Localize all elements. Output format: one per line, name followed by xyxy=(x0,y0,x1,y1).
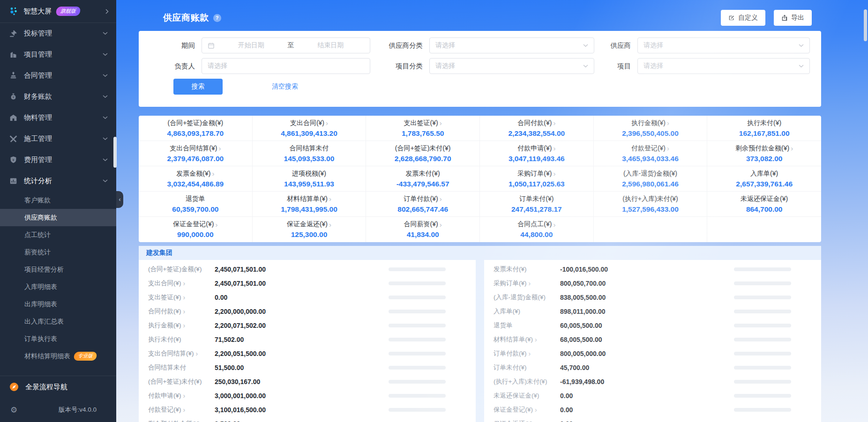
stat-cell-合同点工(¥)[interactable]: 合同点工(¥)› 44,800.00 xyxy=(480,217,594,242)
metric-row-采购订单(¥): 采购订单(¥)› 800,050,700.00 xyxy=(494,276,812,290)
chevron-right-icon: › xyxy=(196,350,198,357)
gear-icon[interactable]: ⚙ xyxy=(10,406,17,414)
search-button[interactable]: 搜索 xyxy=(173,79,223,95)
stat-cell-入库单(¥): 入库单(¥) 2,657,339,761.46 xyxy=(707,166,821,192)
metric-row-保证金返还(¥): 保证金返还(¥)› 0.00 xyxy=(494,417,812,422)
stat-value: 2,657,339,761.46 xyxy=(736,180,793,188)
sidebar-collapse-handle[interactable]: ‹ xyxy=(116,191,123,208)
sidebar-group-项目管理[interactable]: 项目管理 xyxy=(0,44,116,65)
metric-progress-bar xyxy=(389,267,446,271)
stat-cell-采购订单(¥)[interactable]: 采购订单(¥)› 1,050,117,025.63 xyxy=(480,166,594,192)
stat-cell-empty xyxy=(594,217,708,242)
sidebar-group-财务账款[interactable]: ¥ 财务账款 xyxy=(0,86,116,107)
metric-value: 51,500.00 xyxy=(215,364,244,371)
stat-cell-付款申请(¥)[interactable]: 付款申请(¥)› 3,047,119,493.46 xyxy=(480,141,594,166)
page-scrollbar[interactable] xyxy=(864,9,867,41)
sidebar-group-物料管理[interactable]: 物料管理 xyxy=(0,107,116,128)
owner-select[interactable]: 请选择 xyxy=(202,58,370,74)
stat-value: 3,465,934,033.46 xyxy=(622,155,679,163)
sidebar-item-点工统计[interactable]: 点工统计 xyxy=(0,226,116,244)
stat-cell-保证金登记(¥)[interactable]: 保证金登记(¥)› 990,000.00 xyxy=(139,217,253,242)
stat-value: 3,032,454,486.89 xyxy=(167,180,224,188)
stat-cell-(合同+签证)未付(¥): (合同+签证)未付(¥) 2,628,668,790.70 xyxy=(366,141,480,166)
chevron-right-icon: › xyxy=(667,144,669,152)
metric-row-入库单(¥): 入库单(¥) 898,011,000.00 xyxy=(494,304,812,318)
metric-value: 71,502.00 xyxy=(215,336,244,343)
sidebar-item-供应商账款[interactable]: 供应商账款 xyxy=(0,209,116,226)
supplier-label: 供应商 xyxy=(602,41,631,50)
chevron-right-icon: › xyxy=(183,308,186,315)
group-header: 建发集团 xyxy=(139,246,821,260)
chevron-right-icon: › xyxy=(553,221,555,229)
help-icon[interactable]: ? xyxy=(213,14,221,22)
period-field: 期间 开始日期 至 结束日期 xyxy=(150,37,370,53)
stat-cell-订单付款(¥)[interactable]: 订单付款(¥)› 802,665,747.46 xyxy=(366,192,480,217)
sidebar-bottom: 全景流程导航 ⚙ 版本号:v4.0.0 xyxy=(0,376,116,422)
stat-cell-保证金返还(¥)[interactable]: 保证金返还(¥)› 125,300.00 xyxy=(253,217,367,242)
stat-cell-支出签证(¥)[interactable]: 支出签证(¥)› 1,783,765.50 xyxy=(366,116,480,141)
supplier-category-field: 供应商分类 请选择 xyxy=(378,37,594,53)
sidebar-group-投标管理[interactable]: 投标管理 xyxy=(0,23,116,44)
chevron-down-icon xyxy=(583,44,588,47)
chevron-right-icon: › xyxy=(667,119,669,127)
sidebar-item-出库明细表[interactable]: 出库明细表 xyxy=(0,296,116,313)
period-label: 期间 xyxy=(150,41,195,50)
chevron-down-icon xyxy=(103,158,108,162)
date-range-input[interactable]: 开始日期 至 结束日期 xyxy=(202,37,370,53)
chevron-right-icon: › xyxy=(553,119,555,127)
stat-cell-支出合同结算(¥)[interactable]: 支出合同结算(¥)› 2,379,476,087.00 xyxy=(139,141,253,166)
stat-value: 373,082.00 xyxy=(746,155,783,163)
customize-button[interactable]: 自定义 xyxy=(721,10,765,26)
sidebar-item-材料结算明细表[interactable]: 材料结算明细表 专业版 xyxy=(0,348,116,365)
metric-progress-bar xyxy=(734,394,791,398)
end-date-input[interactable]: 结束日期 xyxy=(297,41,365,50)
sidebar-group-费用管理[interactable]: ¥ 费用管理 xyxy=(0,149,116,170)
sidebar-scrollbar[interactable] xyxy=(113,137,117,168)
sidebar-item-flow-navigation[interactable]: 全景流程导航 xyxy=(0,376,116,398)
supplier-category-select[interactable]: 请选择 xyxy=(429,37,594,53)
chevron-right-icon xyxy=(105,9,109,14)
page-title: 供应商账款 xyxy=(163,12,209,24)
sidebar-item-订单执行表[interactable]: 订单执行表 xyxy=(0,330,116,348)
sidebar-item-薪资统计[interactable]: 薪资统计 xyxy=(0,244,116,261)
chevron-right-icon: › xyxy=(218,144,221,152)
sidebar-item-项目经营分析[interactable]: 项目经营分析 xyxy=(0,261,116,278)
stat-cell-进项税额(¥): 进项税额(¥) 143,959,511.93 xyxy=(253,166,367,192)
metric-progress-bar xyxy=(734,281,791,285)
sidebar-group-合同管理[interactable]: 合同管理 xyxy=(0,65,116,86)
sidebar-group-施工管理[interactable]: 施工管理 xyxy=(0,128,116,149)
clear-search-link[interactable]: 清空搜索 xyxy=(272,82,298,91)
stat-cell-材料结算单(¥)[interactable]: 材料结算单(¥)› 1,798,431,995.00 xyxy=(253,192,367,217)
sidebar-group-统计分析[interactable]: 统计分析 xyxy=(0,170,116,192)
start-date-input[interactable]: 开始日期 xyxy=(217,41,285,50)
stat-value: 143,959,511.93 xyxy=(284,180,334,188)
stat-cell-支出合同(¥)[interactable]: 支出合同(¥)› 4,861,309,413.20 xyxy=(253,116,367,141)
stat-cell-付款登记(¥)[interactable]: 付款登记(¥)› 3,465,934,033.46 xyxy=(594,141,708,166)
moneybag-icon: ¥ xyxy=(9,93,17,101)
stat-value: 2,628,668,790.70 xyxy=(395,155,451,163)
export-button[interactable]: 导出 xyxy=(774,10,812,26)
stat-cell-剩余预付款金额(¥)[interactable]: 剩余预付款金额(¥)› 373,082.00 xyxy=(707,141,821,166)
stat-cell-执行金额(¥)[interactable]: 执行金额(¥)› 2,396,550,405.00 xyxy=(594,116,708,141)
stat-cell-合同薪资(¥)[interactable]: 合同薪资(¥)› 41,834.00 xyxy=(366,217,480,242)
metric-progress-bar xyxy=(734,338,791,341)
sidebar-menu: 投标管理 项目管理 合同管理 ¥ 财务账款 物料管理 施工管理 ¥ 费用管理 xyxy=(0,23,116,376)
project-select[interactable]: 请选择 xyxy=(637,58,810,74)
sidebar-item-smart-screen[interactable]: 智慧大屏 旗舰版 xyxy=(0,0,116,22)
supplier-field: 供应商 请选择 xyxy=(602,37,810,53)
metric-progress-bar xyxy=(734,310,791,313)
stat-cell-合同付款(¥)[interactable]: 合同付款(¥)› 2,234,382,554.00 xyxy=(480,116,594,141)
sidebar-item-入库明细表[interactable]: 入库明细表 xyxy=(0,278,116,296)
chevron-right-icon: › xyxy=(553,170,555,178)
chevron-down-icon xyxy=(799,65,804,68)
chevron-right-icon: › xyxy=(535,336,537,343)
stat-value: 3,047,119,493.46 xyxy=(509,155,565,163)
metric-progress-bar xyxy=(389,352,446,355)
supplier-select[interactable]: 请选择 xyxy=(637,37,810,53)
stat-value: 2,379,476,087.00 xyxy=(167,155,224,163)
chevron-right-icon: › xyxy=(535,420,537,422)
sidebar-item-客户账款[interactable]: 客户账款 xyxy=(0,192,116,209)
sidebar-item-出入库汇总表[interactable]: 出入库汇总表 xyxy=(0,313,116,330)
project-category-select[interactable]: 请选择 xyxy=(429,58,594,74)
stat-cell-发票金额(¥)[interactable]: 发票金额(¥)› 3,032,454,486.89 xyxy=(139,166,253,192)
